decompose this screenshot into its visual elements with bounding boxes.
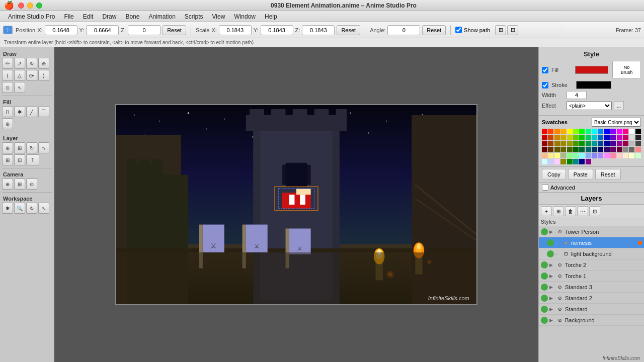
expand-standard2[interactable]: ▶ [549, 296, 555, 301]
fill-tool-3[interactable]: ╱ [26, 106, 37, 117]
eye-standard2[interactable] [541, 295, 548, 302]
view-btn[interactable]: ⊟ [507, 25, 518, 35]
menu-window[interactable]: Window [230, 12, 260, 21]
swatch-cell[interactable] [560, 135, 566, 140]
swatch-cell[interactable] [617, 147, 622, 152]
reset-style-button[interactable]: Reset [595, 169, 621, 180]
swatch-cell[interactable] [586, 153, 591, 158]
swatch-cell[interactable] [554, 153, 560, 158]
swatch-cell[interactable] [586, 129, 591, 134]
swatch-cell[interactable] [598, 153, 603, 158]
expand-standard3[interactable]: ▶ [549, 285, 555, 290]
swatch-cell[interactable] [586, 147, 591, 152]
workspace-tool-1[interactable]: ✱ [2, 203, 13, 214]
swatch-cell[interactable] [579, 153, 585, 158]
reset1-button[interactable]: Reset [163, 25, 186, 35]
swatch-cell[interactable] [560, 147, 566, 152]
swatch-cell[interactable] [560, 153, 566, 158]
swatch-cell[interactable] [635, 147, 641, 152]
workspace-tool-4[interactable]: ⤡ [38, 203, 49, 214]
layer-tool-2[interactable]: ⊞ [14, 142, 25, 153]
eye-light-background[interactable] [547, 250, 554, 257]
swatch-cell[interactable] [560, 159, 566, 164]
minimize-button[interactable] [27, 3, 33, 9]
swatch-cell[interactable] [629, 135, 634, 140]
swatch-cell[interactable] [610, 141, 616, 146]
layer-item-torche1[interactable]: ▶ ⊙ Torche 1 [539, 270, 644, 282]
swatch-cell[interactable] [542, 153, 547, 158]
swatch-cell[interactable] [567, 153, 573, 158]
menu-bone[interactable]: Bone [121, 12, 143, 21]
swatch-cell[interactable] [542, 141, 547, 146]
swatch-cell[interactable] [554, 159, 560, 164]
swatch-cell[interactable] [579, 159, 585, 164]
swatch-cell[interactable] [604, 153, 610, 158]
draw-tool-8[interactable]: ⟩ [38, 70, 49, 81]
swatch-cell[interactable] [586, 159, 591, 164]
eye-standard3[interactable] [541, 284, 548, 291]
effect-select[interactable]: <plain> [567, 101, 612, 110]
workspace-tool-2[interactable]: 🔍 [14, 203, 25, 214]
swatch-cell[interactable] [623, 141, 628, 146]
camera-tool-1[interactable]: ⊕ [2, 178, 13, 190]
swatch-cell[interactable] [604, 141, 610, 146]
swatch-cell[interactable] [542, 129, 547, 134]
swatch-cell[interactable] [598, 147, 603, 152]
expand-torche1[interactable]: ▶ [549, 274, 555, 279]
maximize-button[interactable] [36, 3, 42, 9]
layer-tool-1[interactable]: ⊕ [2, 142, 13, 153]
swatch-cell[interactable] [554, 141, 560, 146]
workspace-tool-3[interactable]: ↻ [26, 203, 37, 214]
swatch-cell[interactable] [623, 153, 628, 158]
swatch-cell[interactable] [560, 141, 566, 146]
eye-torche2[interactable] [541, 261, 548, 268]
swatch-cell[interactable] [617, 141, 622, 146]
draw-tool-4[interactable]: ⊕ [38, 58, 49, 69]
layers-group-btn[interactable]: ⊞ [553, 206, 564, 216]
swatch-cell[interactable] [542, 135, 547, 140]
fill-tool-2[interactable]: ✱ [14, 106, 25, 117]
swatch-cell[interactable] [635, 135, 641, 140]
sy-input[interactable] [261, 25, 293, 35]
swatch-cell[interactable] [617, 135, 622, 140]
layers-delete-btn[interactable]: 🗑 [565, 206, 576, 216]
layer-item-standard[interactable]: ▶ ⊙ Standard [539, 304, 644, 315]
layer-tool-3[interactable]: ↻ [26, 142, 37, 153]
swatch-cell[interactable] [548, 129, 553, 134]
swatch-cell[interactable] [623, 147, 628, 152]
swatch-cell[interactable] [617, 153, 622, 158]
layer-item-tower-person[interactable]: ▶ ⊙ Tower Person [539, 226, 644, 237]
swatch-cell[interactable] [554, 129, 560, 134]
expand-nemesis[interactable]: – [555, 240, 561, 245]
draw-tool-10[interactable]: ∿ [14, 82, 25, 93]
swatch-cell[interactable] [592, 147, 597, 152]
swatch-cell[interactable] [635, 153, 641, 158]
swatch-cell[interactable] [592, 141, 597, 146]
draw-tool-2[interactable]: ↗ [14, 58, 25, 69]
angle-input[interactable] [387, 25, 420, 35]
swatch-cell[interactable] [554, 135, 560, 140]
swatch-cell[interactable] [573, 159, 579, 164]
layer-tool-4[interactable]: ⤡ [38, 142, 49, 153]
layer-item-nemesis[interactable]: – ● nemesis [539, 237, 644, 248]
layer-item-light-background[interactable]: – ⊡ light background [539, 248, 644, 259]
layer-tool-7[interactable]: T [26, 154, 39, 165]
swatch-cell[interactable] [635, 141, 641, 146]
swatch-cell[interactable] [567, 129, 573, 134]
draw-tool-5[interactable]: ⟨ [2, 70, 13, 81]
swatches-file-select[interactable]: Basic Colors.png [592, 118, 641, 127]
swatch-cell[interactable] [617, 129, 622, 134]
layer-item-standard2[interactable]: ▶ ⊙ Standard 2 [539, 293, 644, 304]
reset2-button[interactable]: Reset [337, 25, 360, 35]
draw-tool-1[interactable]: ✏ [2, 58, 13, 69]
fit-btn[interactable]: ⊞ [495, 25, 506, 35]
draw-tool-6[interactable]: △ [14, 70, 25, 81]
eye-nemesis[interactable] [547, 239, 554, 246]
fill-checkbox[interactable] [542, 67, 548, 73]
swatch-cell[interactable] [629, 153, 634, 158]
menu-animation[interactable]: Animation [144, 12, 179, 21]
expand-standard[interactable]: ▶ [549, 307, 555, 312]
layer-item-standard3[interactable]: ▶ ⊙ Standard 3 [539, 282, 644, 293]
draw-tool-3[interactable]: ↻ [26, 58, 37, 69]
swatch-cell[interactable] [610, 153, 616, 158]
